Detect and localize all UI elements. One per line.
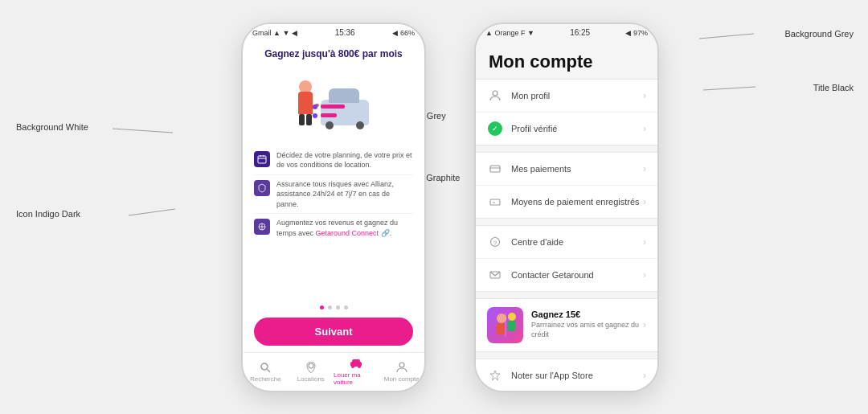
menu-text-profil-verifie: Profil vérifié bbox=[511, 124, 643, 133]
nav-louer-left[interactable]: Louer ma voiture bbox=[334, 357, 379, 386]
mail-icon bbox=[487, 267, 503, 283]
pagination-dot-2[interactable] bbox=[328, 305, 332, 309]
connect-icon bbox=[257, 222, 267, 232]
svg-line-0 bbox=[113, 129, 173, 133]
menu-text-app-store: Noter sur l'App Store bbox=[511, 371, 643, 380]
nav-label-louer-left: Louer ma voiture bbox=[334, 371, 379, 386]
phone-left-title: Gagnez jusqu'à 800€ par mois bbox=[243, 42, 424, 63]
svg-point-22 bbox=[399, 363, 404, 367]
phone-left-content: Gagnez jusqu'à 800€ par mois bbox=[243, 42, 424, 391]
feature-item-1: Décidez de votre planning, de votre prix… bbox=[254, 146, 413, 175]
menu-item-mon-profil[interactable]: Mon profil › bbox=[476, 80, 657, 113]
menu-item-contacter[interactable]: Contacter Getaround › bbox=[476, 259, 657, 291]
feature-text-3: Augmentez vos revenus et gagnez du temps… bbox=[276, 218, 413, 238]
payment-icon bbox=[487, 161, 503, 177]
svg-rect-34 bbox=[508, 321, 515, 331]
svg-line-6 bbox=[699, 34, 754, 39]
annotation-background-white: Background White bbox=[16, 122, 88, 132]
svg-point-17 bbox=[309, 363, 313, 368]
ui-dot-row-2 bbox=[313, 113, 345, 118]
menu-text-mon-profil: Mon profil bbox=[511, 91, 643, 100]
check-green-icon: ✓ bbox=[487, 121, 503, 137]
person-grey-icon bbox=[487, 88, 503, 104]
svg-line-16 bbox=[268, 369, 271, 372]
status-time-left: 15:36 bbox=[335, 28, 355, 37]
menu-item-profil-verifie[interactable]: ✓ Profil vérifié › bbox=[476, 113, 657, 145]
chevron-profil-verifie: › bbox=[643, 123, 646, 134]
promo-illustration bbox=[487, 307, 523, 343]
menu-text-contacter: Contacter Getaround bbox=[511, 270, 643, 280]
annotation-title-black: Title Black bbox=[813, 83, 854, 92]
nav-label-locations-left: Locations bbox=[297, 375, 325, 383]
ui-dot bbox=[313, 113, 317, 118]
chevron-contacter: › bbox=[643, 269, 646, 281]
status-network-left: Gmail ▲ ▼ ◀ bbox=[252, 29, 297, 37]
calendar-icon bbox=[257, 154, 267, 164]
ui-line-short bbox=[321, 113, 337, 117]
menu-item-centre-aide[interactable]: ? Centre d'aide › bbox=[476, 226, 657, 259]
phone-right-content: Mon compte Mon profil › ✓ Profil vérifié… bbox=[476, 42, 657, 391]
chevron-mon-profil: › bbox=[643, 90, 646, 101]
promo-text: Gagnez 15€ Parrrainez vos amis et gagnez… bbox=[531, 309, 643, 339]
status-time-right: 16:25 bbox=[570, 28, 590, 37]
status-left-right: ▲ Orange F ▼ bbox=[485, 29, 534, 37]
menu-section-help: ? Centre d'aide › Contacter Getaround › bbox=[476, 225, 657, 292]
chevron-app-store: › bbox=[643, 370, 646, 381]
hero-image bbox=[243, 63, 424, 143]
promo-svg bbox=[489, 309, 522, 341]
nav-compte-left[interactable]: Mon compte bbox=[379, 361, 425, 383]
svg-point-15 bbox=[261, 363, 268, 370]
menu-item-mes-paiements[interactable]: Mes paiements › bbox=[476, 153, 657, 186]
feature-list: Décidez de votre planning, de votre prix… bbox=[243, 143, 424, 301]
page-title-mon-compte: Mon compte bbox=[476, 42, 657, 79]
nav-label-recherche-left: Recherche bbox=[250, 375, 281, 383]
menu-item-app-store[interactable]: Noter sur l'App Store › bbox=[476, 359, 657, 391]
svg-rect-8 bbox=[258, 156, 266, 163]
nav-locations-left[interactable]: Locations bbox=[289, 361, 334, 383]
bottom-nav-left: Recherche Locations Louer ma voiture bbox=[243, 352, 424, 391]
menu-text-mes-paiements: Mes paiements bbox=[511, 164, 643, 174]
pagination-dot-4[interactable] bbox=[344, 305, 348, 309]
search-icon-left bbox=[259, 361, 272, 374]
svg-point-33 bbox=[508, 313, 516, 321]
chevron-mes-paiements: › bbox=[643, 163, 646, 174]
person-icon-left bbox=[395, 361, 408, 374]
icon-calendar bbox=[254, 151, 270, 167]
promo-card[interactable]: Gagnez 15€ Parrrainez vos amis et gagnez… bbox=[476, 298, 657, 352]
phone-left: Gmail ▲ ▼ ◀ 15:36 ◀ 66% Gagnez jusqu'à 8… bbox=[241, 23, 426, 392]
svg-point-20 bbox=[351, 365, 354, 368]
menu-item-moyens-paiement[interactable]: Moyens de paiement enregistrés › bbox=[476, 186, 657, 218]
ui-dot bbox=[313, 105, 317, 109]
svg-point-23 bbox=[493, 91, 497, 96]
location-icon-left bbox=[305, 361, 317, 374]
store-icon bbox=[487, 367, 503, 383]
feature-text-2: Assurance tous risques avec Allianz, ass… bbox=[276, 179, 413, 210]
annotation-layer bbox=[0, 0, 868, 414]
nav-recherche-left[interactable]: Recherche bbox=[243, 361, 289, 383]
annotation-background-grey: Background Grey bbox=[784, 29, 854, 39]
svg-line-7 bbox=[703, 87, 755, 90]
icon-shield bbox=[254, 180, 270, 196]
pagination-dots bbox=[243, 301, 424, 314]
car-top bbox=[329, 88, 359, 103]
chevron-promo: › bbox=[643, 319, 646, 330]
feature-text-1: Décidez de votre planning, de votre prix… bbox=[276, 150, 413, 170]
suivant-button[interactable]: Suivant bbox=[254, 318, 413, 346]
shield-icon bbox=[257, 183, 267, 193]
annotation-icon-indigo-dark: Icon Indigo Dark bbox=[16, 209, 80, 219]
svg-point-31 bbox=[497, 314, 506, 323]
pagination-dot-3[interactable] bbox=[336, 305, 340, 309]
svg-point-21 bbox=[358, 365, 361, 368]
icon-connect bbox=[254, 219, 270, 235]
person-leg-right bbox=[306, 114, 312, 125]
svg-line-1 bbox=[129, 209, 175, 215]
getaround-connect-link[interactable]: Getaround Connect bbox=[316, 229, 379, 237]
main-container: Background White Icon Indigo Dark Title … bbox=[0, 0, 868, 414]
status-bar-left: Gmail ▲ ▼ ◀ 15:36 ◀ 66% bbox=[243, 24, 424, 42]
menu-section-profile: Mon profil › ✓ Profil vérifié › bbox=[476, 79, 657, 146]
pagination-dot-1[interactable] bbox=[320, 305, 324, 309]
person-body bbox=[298, 92, 313, 114]
svg-rect-19 bbox=[352, 359, 360, 363]
svg-rect-24 bbox=[490, 166, 500, 172]
card-icon bbox=[487, 194, 503, 210]
